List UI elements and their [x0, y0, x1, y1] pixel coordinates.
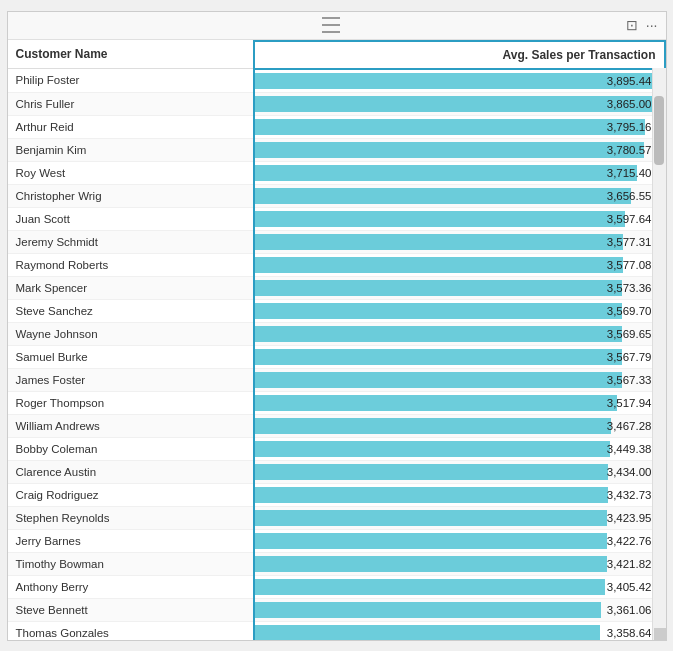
cell-name: Arthur Reid	[8, 115, 254, 138]
cell-name: Bobby Coleman	[8, 437, 254, 460]
cell-name: Jeremy Schmidt	[8, 230, 254, 253]
cell-sales: 3,405.42	[254, 575, 665, 598]
cell-sales: 3,573.36	[254, 276, 665, 299]
cell-name: Philip Foster	[8, 69, 254, 93]
cell-name: Thomas Gonzales	[8, 621, 254, 640]
cell-name: Samuel Burke	[8, 345, 254, 368]
data-table: Customer Name Avg. Sales per Transaction…	[8, 40, 666, 640]
cell-name: James Foster	[8, 368, 254, 391]
table-row: Jeremy Schmidt3,577.31	[8, 230, 665, 253]
cell-sales: 3,597.64	[254, 207, 665, 230]
table-row: Anthony Berry3,405.42	[8, 575, 665, 598]
table-row: Clarence Austin3,434.00	[8, 460, 665, 483]
cell-sales: 3,567.79	[254, 345, 665, 368]
cell-sales: 3,895.44	[254, 69, 665, 93]
cell-name: Wayne Johnson	[8, 322, 254, 345]
cell-sales: 3,715.40	[254, 161, 665, 184]
table-row: William Andrews3,467.28	[8, 414, 665, 437]
table-row: Wayne Johnson3,569.65	[8, 322, 665, 345]
cell-name: Raymond Roberts	[8, 253, 254, 276]
table-wrapper[interactable]: Customer Name Avg. Sales per Transaction…	[8, 40, 666, 640]
main-window: ⊡ ··· Customer Name Avg. Sales per Trans…	[7, 11, 667, 641]
topbar-center	[322, 16, 340, 34]
col-header-sales[interactable]: Avg. Sales per Transaction	[254, 41, 665, 69]
table-container: Customer Name Avg. Sales per Transaction…	[8, 40, 666, 640]
cell-sales: 3,780.57	[254, 138, 665, 161]
table-row: Roy West3,715.40	[8, 161, 665, 184]
table-row: Samuel Burke3,567.79	[8, 345, 665, 368]
cell-name: Mark Spencer	[8, 276, 254, 299]
expand-icon[interactable]: ⊡	[626, 17, 638, 33]
cell-sales: 3,423.95	[254, 506, 665, 529]
cell-name: William Andrews	[8, 414, 254, 437]
table-row: Chris Fuller3,865.00	[8, 92, 665, 115]
table-row: Raymond Roberts3,577.08	[8, 253, 665, 276]
cell-sales: 3,569.70	[254, 299, 665, 322]
topbar-icons[interactable]: ⊡ ···	[626, 17, 658, 33]
cell-name: Roy West	[8, 161, 254, 184]
col-header-name[interactable]: Customer Name	[8, 41, 254, 69]
cell-sales: 3,432.73	[254, 483, 665, 506]
table-row: Arthur Reid3,795.16	[8, 115, 665, 138]
table-row: Mark Spencer3,573.36	[8, 276, 665, 299]
cell-sales: 3,569.65	[254, 322, 665, 345]
table-row: Timothy Bowman3,421.82	[8, 552, 665, 575]
cell-sales: 3,467.28	[254, 414, 665, 437]
topbar: ⊡ ···	[8, 12, 666, 40]
cell-name: Stephen Reynolds	[8, 506, 254, 529]
cell-name: Christopher Wrig	[8, 184, 254, 207]
cell-sales: 3,434.00	[254, 460, 665, 483]
table-row: Thomas Gonzales3,358.64	[8, 621, 665, 640]
cell-name: Clarence Austin	[8, 460, 254, 483]
cell-name: Steve Sanchez	[8, 299, 254, 322]
cell-sales: 3,577.08	[254, 253, 665, 276]
cell-sales: 3,358.64	[254, 621, 665, 640]
table-row: Philip Foster3,895.44	[8, 69, 665, 93]
cell-sales: 3,795.16	[254, 115, 665, 138]
cell-name: Steve Bennett	[8, 598, 254, 621]
table-row: Christopher Wrig3,656.55	[8, 184, 665, 207]
cell-sales: 3,517.94	[254, 391, 665, 414]
cell-sales: 3,577.31	[254, 230, 665, 253]
table-row: Juan Scott3,597.64	[8, 207, 665, 230]
cell-name: Roger Thompson	[8, 391, 254, 414]
cell-name: Jerry Barnes	[8, 529, 254, 552]
cell-sales: 3,865.00	[254, 92, 665, 115]
table-row: Steve Bennett3,361.06	[8, 598, 665, 621]
table-row: Benjamin Kim3,780.57	[8, 138, 665, 161]
cell-sales: 3,449.38	[254, 437, 665, 460]
table-row: Bobby Coleman3,449.38	[8, 437, 665, 460]
table-row: Jerry Barnes3,422.76	[8, 529, 665, 552]
cell-name: Juan Scott	[8, 207, 254, 230]
cell-sales: 3,656.55	[254, 184, 665, 207]
cell-name: Timothy Bowman	[8, 552, 254, 575]
cell-sales: 3,421.82	[254, 552, 665, 575]
table-row: Stephen Reynolds3,423.95	[8, 506, 665, 529]
more-icon[interactable]: ···	[646, 17, 658, 33]
cell-sales: 3,361.06	[254, 598, 665, 621]
table-row: James Foster3,567.33	[8, 368, 665, 391]
cell-sales: 3,422.76	[254, 529, 665, 552]
cell-name: Anthony Berry	[8, 575, 254, 598]
cell-name: Craig Rodriguez	[8, 483, 254, 506]
table-row: Steve Sanchez3,569.70	[8, 299, 665, 322]
cell-name: Benjamin Kim	[8, 138, 254, 161]
cell-name: Chris Fuller	[8, 92, 254, 115]
cell-sales: 3,567.33	[254, 368, 665, 391]
table-row: Craig Rodriguez3,432.73	[8, 483, 665, 506]
table-row: Roger Thompson3,517.94	[8, 391, 665, 414]
